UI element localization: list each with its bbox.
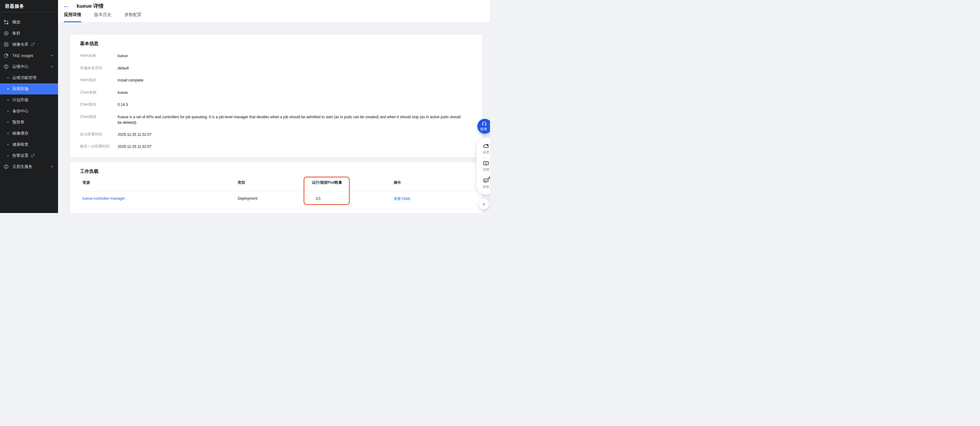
sidebar-item-label: TKE Insight [12,53,33,58]
headset-icon [482,121,487,126]
workload-card: 工作负载 资源 类型 运行/期望Pod数量 操作 kueue-controlle… [70,162,482,213]
bullet-dot-icon [7,77,9,78]
sidebar-item-plan-upgrade[interactable]: 计划升级 [0,94,58,106]
sidebar-item-clusters[interactable]: 集群 [0,28,58,39]
news-button[interactable]: 动态 [477,140,490,157]
field-label: 最后一次部署时间 [80,144,110,149]
ops-center-icon [4,64,9,69]
sidebar-item-image-cache[interactable]: 镜像缓存 [0,128,58,139]
tab-app-details[interactable]: 应用详情 [64,12,81,22]
docs-button[interactable]: 文档 [477,157,490,175]
back-arrow-icon[interactable]: ← [63,1,70,10]
field-value: default [118,65,129,71]
sidebar-item-ops-feature-mgmt[interactable]: 运维功能管理 [0,72,58,83]
bullet-dot-icon [7,111,9,112]
basic-info-title: 基本信息 [80,41,99,47]
cloud-native-icon [4,164,9,169]
bullet-dot-icon [7,133,9,134]
sidebar-item-alarm-settings[interactable]: 告警设置 [0,150,58,161]
col-header-type: 类型 [238,180,245,185]
bullet-dot-icon [7,99,9,101]
sidebar-menu: 概览 集群 镜像仓库 TKE Insight [0,17,58,172]
tab-bar: 应用详情 版本历史 参数配置 [64,12,142,22]
sidebar-item-label: 镜像缓存 [12,130,29,136]
workload-title: 工作负载 [80,168,99,175]
assist-rail: 动态 文档 评价 [477,138,490,194]
col-header-action: 操作 [394,180,401,185]
pod-count-annotation-box [304,176,350,205]
docs-label: 文档 [483,167,489,172]
workload-resource-link[interactable]: kueue-controller-manager [83,196,125,201]
sidebar-item-backup-center[interactable]: 备份中心 [0,106,58,117]
sidebar-item-label: 应用市场 [12,86,29,92]
sidebar: 容器服务 概览 集群 镜像仓库 [0,0,58,213]
sidebar-item-cloud-native-services[interactable]: 云原生服务 [0,161,58,172]
col-header-resource: 资源 [83,180,90,185]
field-label: Chart名称 [80,90,96,95]
external-link-icon [31,43,35,46]
field-label: Chart描述 [80,114,96,119]
chevron-up-icon [50,65,54,68]
basic-info-card: 基本信息 Helm名称 kueue 所属命名空间 default Helm描述 … [70,35,482,157]
sidebar-item-tke-insight[interactable]: TKE Insight [0,50,58,61]
feedback-chat-icon [483,178,489,184]
collapse-rail-button[interactable]: › [479,199,489,209]
sidebar-item-label: 云原生服务 [12,164,32,170]
registry-icon [4,42,9,47]
sidebar-item-health-check[interactable]: 健康检查 [0,139,58,150]
field-value: kueue [118,53,128,59]
cloud-activity-icon [483,143,489,149]
tab-parameter-config[interactable]: 参数配置 [124,12,142,22]
field-value: kueue [118,90,128,95]
news-label: 动态 [483,150,489,155]
sidebar-item-label: 镜像仓库 [12,42,29,47]
sidebar-item-app-market[interactable]: 应用市场 [0,83,58,94]
book-icon [483,160,489,166]
page-title: kueue 详情 [76,2,104,10]
bullet-dot-icon [7,144,9,145]
chevron-down-icon [50,165,54,168]
table-header-divider [80,191,473,191]
sidebar-item-label: 运维功能管理 [12,75,37,81]
overview-grid-icon [4,20,9,25]
workload-type-cell: Deployment [238,196,258,201]
sidebar-item-label: 集群 [12,30,21,36]
field-label: 首次部署时间 [80,132,102,137]
table-row-divider [80,209,473,209]
bullet-dot-icon [7,122,9,123]
sidebar-item-label: 运维中心 [12,64,29,70]
tke-console-page: { "sidebar": { "title": "容器服务", "items":… [0,0,490,213]
sidebar-item-label: 计划升级 [12,97,29,103]
field-label: Chart版本 [80,102,96,107]
field-value: 2025-11-25 11:32:07 [118,144,151,149]
consult-button[interactable]: 咨询 [477,119,490,134]
sidebar-item-label: 告警设置 [12,153,29,158]
chevron-down-icon [50,54,54,57]
notification-badge [488,176,490,179]
field-value: Install complete [118,78,143,83]
sidebar-item-reserved-coupon[interactable]: 预留券 [0,117,58,128]
product-title: 容器服务 [0,0,58,12]
sidebar-item-overview[interactable]: 概览 [0,17,58,28]
field-value: 0.14.3 [118,102,128,107]
page-header: ← kueue 详情 应用详情 版本历史 参数配置 [58,0,490,22]
consult-label: 咨询 [477,127,490,132]
sidebar-item-label: 备份中心 [12,108,29,114]
feedback-button[interactable]: 评价 [477,175,490,192]
content-area: 基本信息 Helm名称 kueue 所属命名空间 default Helm描述 … [58,23,490,213]
field-value: 2025-11-25 11:32:07 [118,132,151,137]
feedback-label: 评价 [483,184,489,189]
bullet-dot-icon [7,88,9,89]
tab-version-history[interactable]: 版本历史 [94,12,111,22]
sidebar-item-label: 预留券 [12,119,24,125]
field-label: 所属命名空间 [80,65,102,71]
sidebar-item-label: 概览 [12,19,21,25]
sidebar-item-ops-center[interactable]: 运维中心 [0,61,58,72]
external-link-icon [31,154,35,157]
bullet-dot-icon [7,155,9,156]
sidebar-item-label: 健康检查 [12,142,29,147]
view-yaml-link[interactable]: 查看YAML [394,196,411,202]
sidebar-item-registry[interactable]: 镜像仓库 [0,39,58,50]
field-label: Helm描述 [80,78,96,83]
insight-pie-icon [4,53,9,58]
